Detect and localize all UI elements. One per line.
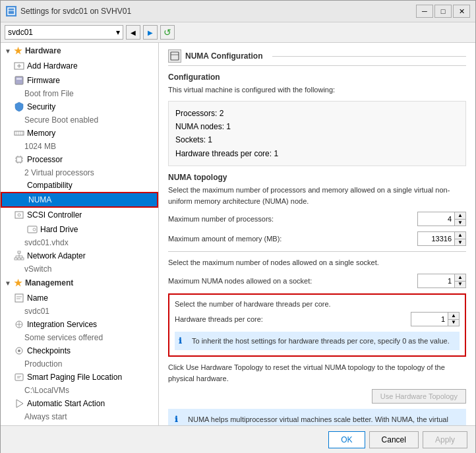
- checkpoints-icon: [14, 346, 24, 356]
- sidebar-sub-name-val: svdc01: [1, 305, 158, 317]
- config-item-1: NUMA nodes: 1: [175, 120, 459, 133]
- sidebar-item-add-hardware[interactable]: Add Hardware: [1, 59, 158, 73]
- vm-selector[interactable]: svdc01 ▾: [5, 25, 123, 40]
- back-button[interactable]: ◀: [126, 25, 140, 40]
- hard-drive-value: svdc01.vhdx: [24, 238, 69, 247]
- hardware-star-icon: ★: [14, 45, 22, 56]
- sidebar-item-security[interactable]: Security: [1, 100, 158, 114]
- sidebar-sub-smart-paging-val: C:\LocalVMs: [1, 384, 158, 396]
- svg-rect-0: [8, 8, 15, 15]
- config-item-0: Processors: 2: [175, 107, 459, 120]
- hw-threads-title: Select the number of hardware threads pe…: [175, 300, 460, 308]
- compatibility-label: Compatibility: [27, 181, 73, 190]
- sidebar-item-integration[interactable]: Integration Services: [1, 317, 158, 332]
- toolbar: svdc01 ▾ ◀ ▶ ↺: [1, 22, 475, 43]
- hw-threads-down[interactable]: ▼: [448, 319, 459, 326]
- window-title: Settings for svdc01 on SVHV01: [20, 7, 131, 16]
- sidebar-item-numa[interactable]: NUMA: [1, 192, 158, 208]
- max-processors-up[interactable]: ▲: [455, 212, 465, 219]
- hw-threads-info-row: ℹ To inherit the host settings for hardw…: [175, 332, 460, 351]
- cancel-button[interactable]: Cancel: [369, 431, 419, 448]
- management-section-header[interactable]: ▼ ★ Management: [1, 275, 158, 291]
- window-controls: ─ □ ✕: [416, 5, 470, 18]
- memory-value: 1024 MB: [24, 142, 56, 151]
- maximize-button[interactable]: □: [434, 5, 452, 18]
- svg-rect-6: [16, 78, 22, 80]
- title-bar: Settings for svdc01 on SVHV01 ─ □ ✕: [1, 1, 475, 22]
- auto-start-label: Automatic Start Action: [27, 399, 105, 408]
- max-nodes-down[interactable]: ▼: [455, 281, 465, 287]
- sidebar-item-scsi[interactable]: SCSI Controller: [1, 208, 158, 222]
- max-memory-up[interactable]: ▲: [455, 232, 465, 239]
- sidebar-item-compatibility[interactable]: Compatibility: [1, 179, 158, 192]
- max-nodes-spinner[interactable]: 1 ▲ ▼: [417, 274, 466, 288]
- smart-paging-icon: [14, 372, 24, 382]
- max-memory-label: Maximum amount of memory (MB):: [168, 235, 417, 243]
- sidebar-item-hard-drive[interactable]: Hard Drive: [1, 222, 158, 237]
- hw-threads-box: Select the number of hardware threads pe…: [168, 293, 466, 357]
- max-nodes-up[interactable]: ▲: [455, 274, 465, 281]
- sidebar-sub-boot-from-file[interactable]: Boot from File: [1, 88, 158, 100]
- max-memory-spinner[interactable]: 13316 ▲ ▼: [417, 231, 466, 246]
- sidebar-sub-secure-boot[interactable]: Secure Boot enabled: [1, 114, 158, 126]
- sidebar-sub-processor-val: 2 Virtual processors: [1, 167, 158, 179]
- sidebar-item-name[interactable]: Name: [1, 291, 158, 305]
- ok-button[interactable]: OK: [328, 431, 365, 448]
- apply-button[interactable]: Apply: [423, 431, 467, 448]
- sidebar-item-firmware[interactable]: Firmware: [1, 73, 158, 88]
- hw-threads-row: Hardware threads per core: 1 ▲ ▼: [175, 312, 460, 326]
- hard-drive-label: Hard Drive: [40, 225, 78, 234]
- name-label: Name: [27, 293, 48, 303]
- hardware-section-header[interactable]: ▼ ★ Hardware: [1, 43, 158, 59]
- minimize-button[interactable]: ─: [416, 5, 433, 18]
- hw-threads-spinner[interactable]: 1 ▲ ▼: [411, 312, 460, 326]
- svg-rect-26: [15, 258, 17, 260]
- max-processors-spinner[interactable]: 4 ▲ ▼: [417, 212, 466, 226]
- numa-info-text: NUMA helps multiprocessor virtual machin…: [188, 414, 460, 425]
- nodes-desc: Select the maximum number of nodes allow…: [168, 257, 466, 268]
- panel-divider: [272, 56, 466, 57]
- panel-title: NUMA Configuration: [185, 51, 263, 61]
- processor-label: Processor: [27, 155, 63, 164]
- max-nodes-input[interactable]: 1: [418, 274, 454, 287]
- close-button[interactable]: ✕: [453, 5, 470, 18]
- hw-threads-up[interactable]: ▲: [448, 313, 459, 319]
- max-processors-input[interactable]: 4: [418, 212, 454, 226]
- firmware-label: Firmware: [27, 76, 60, 85]
- hw-threads-label: Hardware threads per core:: [175, 315, 411, 323]
- sidebar-item-network[interactable]: Network Adapter: [1, 249, 158, 263]
- network-value: vSwitch: [24, 264, 51, 274]
- panel-header: NUMA Configuration: [168, 49, 466, 66]
- hw-threads-input[interactable]: 1: [411, 313, 448, 326]
- sidebar-sub-auto-start-val: Always start: [1, 411, 158, 423]
- mgmt-collapse-icon: ▼: [5, 280, 11, 287]
- scsi-label: SCSI Controller: [27, 210, 82, 220]
- svg-rect-42: [15, 374, 23, 380]
- svg-point-24: [33, 228, 36, 231]
- topology-click-desc: Click Use Hardware Topology to reset the…: [168, 362, 466, 384]
- sidebar-item-smart-paging[interactable]: Smart Paging File Location: [1, 370, 158, 384]
- sidebar-item-memory[interactable]: Memory: [1, 126, 158, 140]
- sidebar-item-auto-stop[interactable]: Automatic Stop Action: [1, 423, 158, 425]
- sidebar-item-processor[interactable]: Processor: [1, 152, 158, 167]
- max-processors-down[interactable]: ▼: [455, 219, 465, 226]
- numa-label: NUMA: [28, 195, 51, 204]
- max-memory-input[interactable]: 13316: [418, 232, 454, 245]
- max-memory-down[interactable]: ▼: [455, 239, 465, 245]
- add-hardware-icon: [14, 61, 24, 71]
- config-section-title: Configuration: [168, 73, 466, 82]
- add-hardware-label: Add Hardware: [27, 61, 78, 71]
- use-topology-row: Use Hardware Topology: [168, 389, 466, 404]
- svg-rect-25: [18, 251, 20, 253]
- forward-button[interactable]: ▶: [143, 25, 158, 40]
- scsi-icon: [14, 210, 24, 220]
- use-topology-button[interactable]: Use Hardware Topology: [372, 389, 466, 404]
- refresh-button[interactable]: ↺: [160, 25, 175, 40]
- checkpoints-value: Production: [24, 359, 62, 369]
- sidebar-item-auto-start[interactable]: Automatic Start Action: [1, 396, 158, 411]
- sidebar-sub-network-val: vSwitch: [1, 263, 158, 275]
- sidebar-item-checkpoints[interactable]: Checkpoints: [1, 344, 158, 358]
- info-icon: ℹ: [179, 336, 188, 346]
- integration-label: Integration Services: [27, 320, 97, 329]
- auto-start-icon: [14, 398, 24, 409]
